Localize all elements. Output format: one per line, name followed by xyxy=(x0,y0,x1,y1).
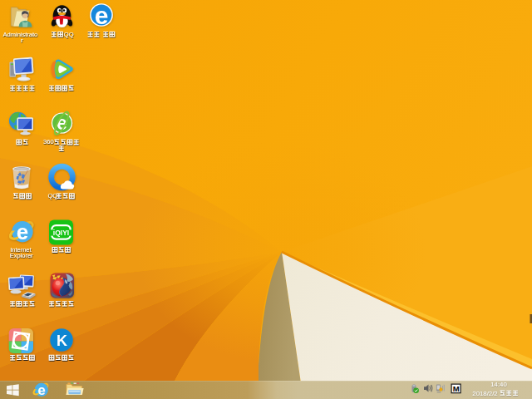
svg-text:Explorer: Explorer xyxy=(10,252,33,259)
svg-text:14:40: 14:40 xyxy=(490,381,507,388)
svg-text:QQ: QQ xyxy=(47,192,57,200)
svg-text:e: e xyxy=(17,219,28,244)
svg-text:M: M xyxy=(453,384,460,393)
svg-text:iQIYI: iQIYI xyxy=(53,229,69,237)
svg-text:e: e xyxy=(95,2,109,29)
svg-text:QQ: QQ xyxy=(64,31,74,38)
svg-text:360: 360 xyxy=(43,138,54,145)
svg-text:e: e xyxy=(37,382,45,398)
svg-text:K: K xyxy=(57,332,67,349)
svg-text:2018/2/2: 2018/2/2 xyxy=(472,390,497,397)
